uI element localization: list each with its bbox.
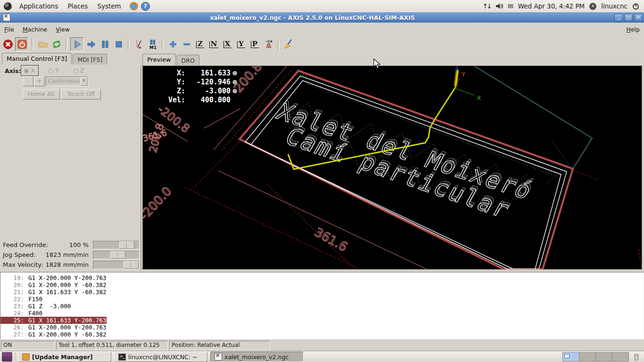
terminal-icon: >_ [118, 354, 126, 361]
gcode-line-active[interactable]: 25:G1 X 161.633 Y-200.763 [0, 317, 107, 324]
view-front-button[interactable]: Y [235, 38, 248, 51]
user-switcher-icon[interactable]: ✕ [589, 3, 596, 10]
menu-applications[interactable]: Applications [15, 2, 63, 10]
jog-mode-dropdown-arrow[interactable]: ▼ [80, 77, 88, 86]
max-velocity-handle[interactable] [124, 261, 139, 269]
toggle-skip-lines-button[interactable] [132, 38, 145, 51]
help-launcher-icon[interactable]: ? [141, 2, 150, 11]
view-side-button[interactable]: X [221, 38, 234, 51]
open-file-button[interactable] [36, 38, 49, 51]
skip-lines-icon [133, 39, 145, 50]
axis-window-icon[interactable] [3, 14, 10, 21]
menu-machine[interactable]: Machine [18, 24, 51, 35]
axis-radio-y[interactable]: ○ Y [48, 67, 59, 74]
jog-minus-button[interactable]: - [23, 76, 33, 86]
menu-file[interactable]: File [0, 24, 18, 35]
network-updown-icon[interactable]: ↑↓ [482, 3, 490, 9]
dim-label-bottom-left: -200.0 [143, 184, 174, 222]
view-top-button[interactable]: Z [194, 38, 206, 51]
view-z-icon: Z [196, 41, 204, 48]
menu-help[interactable]: Help [622, 24, 644, 35]
feed-override-handle[interactable] [119, 241, 134, 249]
gcode-line[interactable]: 23:G1 Z -3.000 [0, 303, 71, 310]
minimize-button[interactable]: _ [614, 14, 623, 22]
jog-speed-handle[interactable] [110, 251, 125, 259]
workspace-4[interactable] [612, 352, 629, 362]
dro-x-value: 161.633 [185, 69, 231, 78]
toolbar-separator [278, 39, 280, 50]
panel-username[interactable]: linuxcnc [601, 2, 627, 10]
feed-override-value: 100 % [69, 241, 89, 248]
rotate-view-button[interactable] [262, 38, 275, 51]
max-velocity-slider[interactable] [93, 261, 140, 269]
home-all-button[interactable]: Home All [23, 89, 60, 99]
mail-icon[interactable]: ✉ [508, 3, 513, 9]
menu-places[interactable]: Places [63, 2, 92, 10]
workspace-3[interactable] [596, 352, 612, 362]
trash-icon[interactable] [633, 353, 640, 361]
volume-icon[interactable] [495, 3, 503, 9]
gcode-line[interactable]: 26:G1 X-200.000 Y-200.763 [0, 324, 107, 331]
tool-status: Tool 1, offset 0.511, diameter 0.125 [56, 341, 168, 350]
close-button[interactable]: ✕ [634, 14, 643, 22]
gcode-line[interactable]: 22:F150 [0, 296, 42, 303]
gcode-line[interactable]: 27:G1 X-200.000 Y -60.382 [0, 331, 107, 338]
machine-power-button[interactable] [15, 37, 29, 51]
gcode-listing[interactable]: 19:G1 X-200.000 Y-200.763 20:G1 X-200.00… [0, 272, 644, 339]
window-titlebar[interactable]: xalet_moixero_v2.ngc - AXIS 2.5.0 on Lin… [0, 12, 644, 23]
view-rotated-top-button[interactable]: N [207, 38, 220, 51]
tab-mdi[interactable]: MDI [F5] [73, 54, 107, 65]
firefox-launcher-icon[interactable] [130, 2, 138, 10]
dro-vel-value: 400.000 [185, 96, 231, 105]
dro-z-value: -3.000 [185, 87, 231, 96]
touch-off-button[interactable]: Touch Off [61, 89, 101, 99]
shutdown-icon[interactable] [632, 3, 639, 10]
task-terminal[interactable]: >_ linuxcnc@LINUXCNC: ~ [114, 352, 207, 362]
gcode-line[interactable]: 24:F400 [0, 310, 42, 317]
workspace-1[interactable] [562, 352, 579, 362]
taskbar: [Update Manager] >_ linuxcnc@LINUXCNC: ~… [0, 351, 644, 362]
mouse-cursor [373, 58, 381, 70]
feed-override-slider[interactable] [93, 241, 140, 249]
step-button[interactable] [85, 38, 98, 51]
clear-plot-button[interactable] [282, 38, 295, 51]
tab-dro[interactable]: DRO [177, 55, 199, 66]
machine-state: ON [1, 341, 55, 350]
preview-pane: 200.8 -200.8 -200.0 361.6 200.8 361.6 Xa… [142, 66, 642, 270]
jog-plus-button[interactable]: + [34, 76, 45, 86]
jog-speed-slider[interactable] [93, 251, 140, 259]
jog-mode-select[interactable]: Continuous ▼ [46, 76, 88, 86]
task-axis[interactable]: xalet_moixero_v2.ngc [210, 352, 304, 362]
axis-task-icon [215, 353, 222, 361]
view-p-icon: P [251, 41, 259, 48]
menu-view[interactable]: View [51, 24, 74, 35]
estop-button[interactable] [1, 38, 14, 51]
zoom-out-button[interactable] [180, 38, 193, 51]
workspace-switcher [562, 352, 644, 362]
axis-radio-z[interactable]: ○ Z [73, 67, 84, 74]
run-program-button[interactable] [70, 37, 84, 51]
stop-button[interactable] [112, 38, 125, 51]
axis-radio-x[interactable]: ◉ X [21, 65, 39, 76]
show-desktop-icon[interactable] [2, 352, 12, 362]
machine-power-icon [17, 39, 28, 50]
task-update-manager[interactable]: [Update Manager] [18, 352, 111, 362]
zoom-in-button[interactable] [166, 38, 179, 51]
gcode-line[interactable]: 20:G1 X-200.000 Y -60.382 [0, 281, 107, 288]
dim-label-bottom: 361.6 [312, 225, 350, 254]
toggle-optional-pause-button[interactable]: M1 [146, 38, 159, 51]
tasklist-grip[interactable] [14, 353, 17, 361]
maximize-button[interactable]: □ [624, 14, 633, 22]
pause-button[interactable] [99, 38, 111, 51]
gcode-line[interactable]: 21:G1 X 161.633 Y -60.382 [0, 288, 107, 296]
view-perspective-button[interactable]: P [248, 38, 261, 51]
gcode-line[interactable]: 19:G1 X-200.000 Y-200.763 [0, 274, 107, 281]
reload-file-button[interactable] [50, 38, 63, 51]
panel-clock[interactable]: Wed Apr 30, 4:42 PM [518, 2, 585, 10]
workspace-2[interactable] [579, 352, 596, 362]
tab-manual-control[interactable]: Manual Control [F3] [2, 53, 72, 65]
distro-logo-icon[interactable] [4, 2, 12, 10]
menu-system[interactable]: System [92, 2, 125, 10]
tab-preview[interactable]: Preview [142, 54, 176, 66]
reload-icon [51, 39, 62, 50]
